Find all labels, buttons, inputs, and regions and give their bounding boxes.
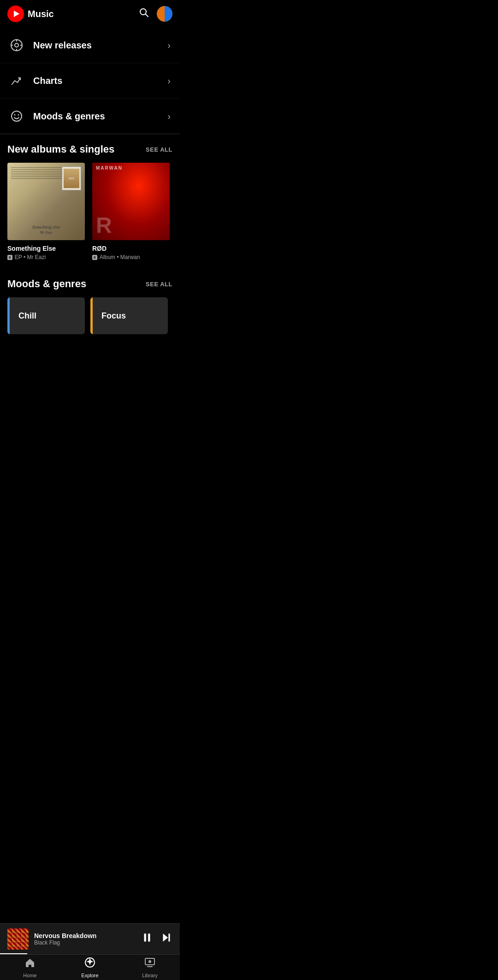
album-art-something-else: 2021 Something elseMr Eazi xyxy=(7,163,85,240)
albums-scroll: 2021 Something elseMr Eazi Something Els… xyxy=(7,163,172,260)
album-card-something-else[interactable]: 2021 Something elseMr Eazi Something Els… xyxy=(7,163,85,260)
bottom-spacer xyxy=(0,339,180,394)
chill-label: Chill xyxy=(18,311,36,321)
svg-point-11 xyxy=(14,114,16,116)
rod-marwan-label: MARWAN xyxy=(96,165,123,171)
mood-card-focus[interactable]: Focus xyxy=(90,297,168,334)
album-thumb-rod: MARWAN R xyxy=(92,163,170,240)
stamp: 2021 xyxy=(62,166,81,190)
album-title-rod: RØD xyxy=(92,245,170,252)
new-albums-see-all[interactable]: SEE ALL xyxy=(146,146,172,153)
nav-item-left: Moods & genres xyxy=(9,109,105,124)
postcard-lines xyxy=(11,167,62,179)
postcard-signature: Something elseMr Eazi xyxy=(32,224,60,235)
search-button[interactable] xyxy=(138,7,149,21)
chevron-right-icon: › xyxy=(167,40,171,51)
svg-point-5 xyxy=(15,43,18,47)
moods-scroll: Chill Focus xyxy=(7,297,172,334)
user-avatar[interactable] xyxy=(157,6,172,22)
album-card-rod[interactable]: MARWAN R RØD E Album • Marwan xyxy=(92,163,170,260)
album-meta-rod: E Album • Marwan xyxy=(92,254,170,260)
moods-icon xyxy=(9,109,24,124)
album-type-artist-rod: Album • Marwan xyxy=(100,254,140,260)
header-left: Music xyxy=(7,6,54,22)
new-albums-section: New albums & singles SEE ALL xyxy=(0,134,180,265)
nav-item-left: New releases xyxy=(9,38,92,53)
album-title-something-else: Something Else xyxy=(7,245,85,252)
explicit-badge: E xyxy=(92,255,97,260)
album-art-rod: MARWAN R xyxy=(92,163,170,240)
new-albums-title: New albums & singles xyxy=(7,143,114,155)
header-icons xyxy=(138,6,172,22)
svg-line-3 xyxy=(146,14,148,17)
charts-label: Charts xyxy=(33,76,62,86)
section-header: New albums & singles SEE ALL xyxy=(7,143,172,155)
app-title: Music xyxy=(28,9,54,19)
focus-label: Focus xyxy=(101,311,126,321)
moods-see-all[interactable]: SEE ALL xyxy=(146,281,172,288)
moods-section-header: Moods & genres SEE ALL xyxy=(7,278,172,290)
avatar-graphic xyxy=(157,6,172,22)
focus-accent xyxy=(90,297,93,334)
mood-card-chill[interactable]: Chill xyxy=(7,297,85,334)
app-header: Music xyxy=(0,0,180,28)
chevron-right-icon: › xyxy=(167,111,171,122)
moods-genres-section: Moods & genres SEE ALL Chill Focus xyxy=(0,265,180,339)
chevron-right-icon: › xyxy=(167,76,171,86)
nav-item-moods-genres[interactable]: Moods & genres › xyxy=(0,99,180,134)
search-icon xyxy=(138,7,149,18)
album-type-artist: EP • Mr Eazi xyxy=(15,254,46,260)
stamp-inner: 2021 xyxy=(64,169,79,188)
nav-item-left: Charts xyxy=(9,73,62,88)
charts-icon xyxy=(9,73,24,88)
nav-item-charts[interactable]: Charts › xyxy=(0,63,180,99)
album-thumb-something-else: 2021 Something elseMr Eazi xyxy=(7,163,85,240)
chill-accent xyxy=(7,297,10,334)
svg-point-12 xyxy=(18,114,19,116)
nav-item-new-releases[interactable]: New releases › xyxy=(0,28,180,63)
explicit-badge: E xyxy=(7,255,12,260)
moods-genres-label: Moods & genres xyxy=(33,111,105,122)
new-releases-icon xyxy=(9,38,24,53)
new-releases-label: New releases xyxy=(33,40,92,51)
svg-point-10 xyxy=(12,111,22,121)
youtube-music-logo xyxy=(7,6,24,22)
rod-letter: R xyxy=(96,214,112,236)
album-meta-something-else: E EP • Mr Eazi xyxy=(7,254,85,260)
moods-title: Moods & genres xyxy=(7,278,86,290)
